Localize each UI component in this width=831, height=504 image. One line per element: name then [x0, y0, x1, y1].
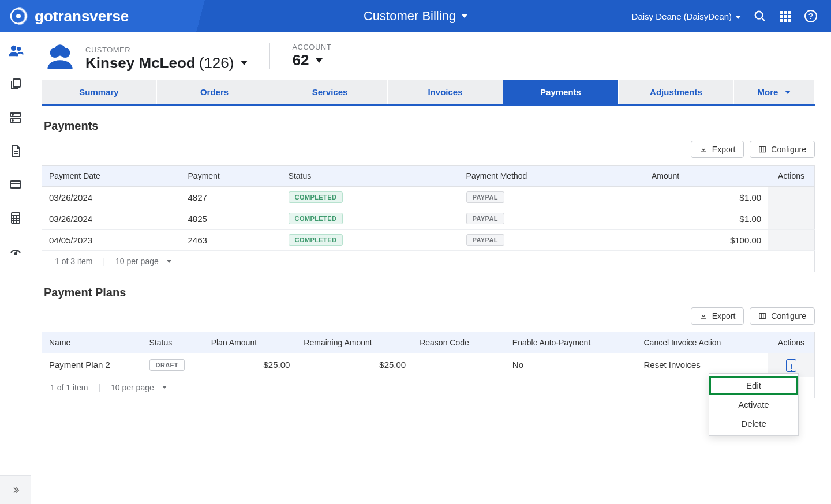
apps-grid-icon[interactable]: [779, 10, 792, 22]
tab-summary[interactable]: Summary: [42, 80, 157, 104]
nav-card-icon[interactable]: [8, 176, 24, 193]
method-badge: PAYPAL: [466, 234, 504, 246]
col-cancel[interactable]: Cancel Invoice Action: [637, 332, 768, 353]
tab-more[interactable]: More: [734, 80, 815, 104]
customer-selector[interactable]: Kinsey McLeod (126): [85, 54, 248, 72]
svg-line-3: [762, 18, 765, 21]
col-payment-date[interactable]: Payment Date: [42, 166, 181, 187]
plans-configure-button[interactable]: Configure: [750, 307, 815, 325]
per-page-label: 10 per page: [111, 383, 154, 392]
svg-rect-13: [10, 181, 21, 188]
col-status[interactable]: Status: [143, 332, 204, 353]
method-badge: PAYPAL: [466, 213, 504, 224]
tab-orders[interactable]: Orders: [157, 80, 272, 104]
columns-icon: [758, 312, 766, 320]
search-icon[interactable]: [754, 10, 766, 22]
table-row[interactable]: 03/26/2024 4825 COMPLETED PAYPAL $1.00: [42, 208, 815, 230]
tab-services[interactable]: Services: [272, 80, 388, 104]
row-count: 1 of 3 item: [50, 257, 92, 266]
nav-copy-icon[interactable]: [8, 76, 24, 92]
col-auto[interactable]: Enable Auto-Payment: [506, 332, 637, 353]
status-badge: COMPLETED: [289, 191, 343, 203]
menu-item-delete[interactable]: Delete: [709, 414, 798, 433]
row-actions-menu-button[interactable]: [786, 359, 796, 372]
nav-document-icon[interactable]: [8, 143, 24, 159]
col-plan-amount[interactable]: Plan Amount: [204, 332, 297, 353]
customer-eyebrow: CUSTOMER: [85, 46, 248, 54]
svg-point-5: [17, 47, 21, 51]
cell-remaining: $25.00: [297, 353, 413, 377]
rail-expand-button[interactable]: [0, 475, 31, 504]
customer-avatar-icon: [45, 43, 75, 74]
svg-point-25: [54, 44, 66, 56]
cell-auto: No: [506, 353, 637, 377]
svg-rect-6: [13, 79, 20, 87]
svg-rect-30: [701, 318, 706, 319]
col-actions: Actions: [768, 166, 814, 187]
menu-item-edit[interactable]: Edit: [709, 376, 798, 395]
brand-name: gotransverse: [35, 7, 129, 25]
help-icon[interactable]: ?: [804, 10, 817, 22]
per-page-selector[interactable]: 10 per page: [115, 257, 171, 266]
col-status[interactable]: Status: [282, 166, 459, 187]
svg-point-4: [10, 46, 16, 51]
app-section-title[interactable]: Customer Billing: [364, 9, 467, 24]
export-label: Export: [712, 311, 735, 321]
plans-section: Payment Plans Export Configure Name: [42, 286, 815, 398]
table-row[interactable]: Payment Plan 2 DRAFT $25.00 $25.00 No Re…: [42, 353, 815, 377]
divider: [269, 43, 270, 69]
configure-label: Configure: [771, 311, 806, 321]
nav-dashboard-icon[interactable]: [8, 243, 24, 259]
user-menu[interactable]: Daisy Deane (DaisyDean): [632, 12, 741, 21]
status-badge: COMPLETED: [289, 234, 343, 246]
account-tabs: Summary Orders Services Invoices Payment…: [42, 80, 815, 106]
cell-payment: 4825: [181, 208, 282, 230]
payments-configure-button[interactable]: Configure: [750, 141, 815, 158]
tab-adjustments[interactable]: Adjustments: [619, 80, 734, 104]
table-row[interactable]: 03/26/2024 4827 COMPLETED PAYPAL $1.00: [42, 187, 815, 208]
top-app-bar: gotransverse Customer Billing Daisy Dean…: [0, 0, 831, 32]
plans-export-button[interactable]: Export: [691, 307, 744, 325]
col-amount[interactable]: Amount: [645, 166, 768, 187]
left-rail: [0, 32, 31, 504]
cell-plan-amount: $25.00: [204, 353, 297, 377]
nav-customers-icon[interactable]: [8, 43, 24, 59]
cell-amount: $1.00: [645, 208, 768, 230]
col-name[interactable]: Name: [42, 332, 143, 353]
plans-heading: Payment Plans: [42, 286, 815, 299]
menu-item-activate[interactable]: Activate: [709, 395, 798, 414]
method-badge: PAYPAL: [466, 191, 504, 203]
account-number: 62: [292, 51, 309, 69]
payments-table: Payment Date Payment Status Payment Meth…: [42, 165, 815, 251]
payments-section: Payments Export Configure Payment Date P…: [42, 119, 815, 272]
download-icon: [699, 145, 708, 153]
nav-server-icon[interactable]: [8, 110, 24, 126]
payments-table-footer: 1 of 3 item | 10 per page: [42, 251, 815, 272]
cell-payment: 4827: [181, 187, 282, 208]
status-badge: COMPLETED: [289, 213, 343, 224]
customer-name: Kinsey McLeod: [85, 54, 196, 72]
col-reason[interactable]: Reason Code: [413, 332, 506, 353]
chevron-down-icon: [781, 91, 791, 94]
user-name: Daisy Deane (DaisyDean): [632, 12, 732, 21]
tab-payments[interactable]: Payments: [503, 80, 619, 104]
cell-amount: $100.00: [645, 230, 768, 251]
brand[interactable]: gotransverse: [0, 0, 254, 32]
account-eyebrow: ACCOUNT: [292, 43, 331, 51]
table-row[interactable]: 04/05/2023 2463 COMPLETED PAYPAL $100.00: [42, 230, 815, 251]
cell-date: 03/26/2024: [42, 187, 181, 208]
status-badge: DRAFT: [149, 359, 185, 371]
tab-more-label: More: [758, 87, 778, 97]
col-remaining[interactable]: Remaining Amount: [297, 332, 413, 353]
chevron-down-icon: [458, 14, 467, 18]
col-method[interactable]: Payment Method: [459, 166, 645, 187]
cell-date: 04/05/2023: [42, 230, 181, 251]
payments-export-button[interactable]: Export: [691, 141, 744, 158]
per-page-selector[interactable]: 10 per page: [111, 383, 167, 392]
account-selector[interactable]: 62: [292, 51, 331, 69]
col-payment[interactable]: Payment: [181, 166, 282, 187]
cell-date: 03/26/2024: [42, 208, 181, 230]
row-actions-menu: Edit Activate Delete: [709, 373, 799, 436]
nav-calculator-icon[interactable]: [8, 210, 24, 226]
tab-invoices[interactable]: Invoices: [388, 80, 503, 104]
